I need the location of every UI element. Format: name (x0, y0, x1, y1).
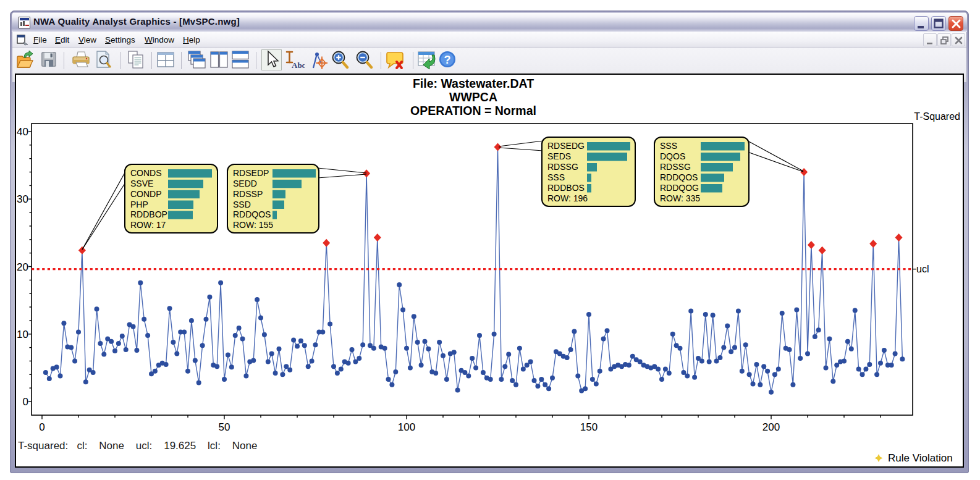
svg-text:T-squared: cl: None uc: T-squared: cl: None ucl: 19.625 lcl: Non… (18, 440, 257, 452)
svg-text:Abc: Abc (292, 61, 305, 70)
svg-text:RDDBOS: RDDBOS (547, 183, 585, 193)
svg-text:RDDQOG: RDDQOG (660, 183, 699, 193)
svg-text:150: 150 (580, 421, 598, 433)
svg-text:SSVE: SSVE (130, 179, 153, 188)
svg-text:ROW: 17: ROW: 17 (130, 220, 166, 230)
svg-text:SSS: SSS (660, 141, 677, 151)
svg-text:RDDQOS: RDDQOS (660, 172, 698, 182)
svg-text:50: 50 (219, 421, 230, 433)
svg-text:RDSSG: RDSSG (660, 162, 691, 172)
svg-text:RDSSP: RDSSP (233, 189, 263, 199)
svg-text:ucl: ucl (916, 264, 929, 274)
svg-text:DQOS: DQOS (660, 151, 685, 161)
svg-text:ROW: 196: ROW: 196 (547, 193, 588, 203)
svg-text:RDSEDP: RDSEDP (233, 168, 269, 178)
svg-text:ROW: 335: ROW: 335 (660, 193, 700, 203)
svg-text:OPERATION = Normal: OPERATION = Normal (410, 104, 536, 117)
svg-text:200: 200 (762, 421, 780, 433)
svg-text:RDDBOP: RDDBOP (130, 209, 167, 219)
svg-text:File: Wastewater.DAT: File: Wastewater.DAT (413, 77, 534, 90)
svg-text:Rule Violation: Rule Violation (888, 452, 953, 464)
svg-text:100: 100 (398, 421, 415, 433)
svg-text:PHP: PHP (130, 200, 148, 209)
svg-text:CONDS: CONDS (130, 168, 162, 178)
svg-text:0: 0 (39, 421, 44, 433)
svg-text:SSS: SSS (547, 172, 565, 182)
svg-text:40: 40 (17, 126, 28, 138)
svg-text:SEDD: SEDD (233, 179, 257, 188)
svg-text:SEDS: SEDS (547, 151, 571, 161)
svg-text:RDDQOS: RDDQOS (233, 209, 271, 219)
svg-text:10: 10 (17, 329, 28, 340)
svg-text:?: ? (444, 54, 451, 66)
svg-text:WWPCA: WWPCA (449, 90, 497, 104)
svg-text:30: 30 (17, 193, 28, 205)
svg-text:RDSSG: RDSSG (547, 162, 578, 172)
svg-text:SSD: SSD (233, 200, 251, 209)
svg-text:T-Squared: T-Squared (914, 111, 960, 122)
svg-text:RDSEDG: RDSEDG (547, 141, 585, 151)
svg-text:0: 0 (23, 396, 28, 408)
svg-text:CONDP: CONDP (130, 189, 162, 199)
svg-text:20: 20 (17, 261, 28, 273)
svg-text:ROW: 155: ROW: 155 (233, 220, 273, 230)
